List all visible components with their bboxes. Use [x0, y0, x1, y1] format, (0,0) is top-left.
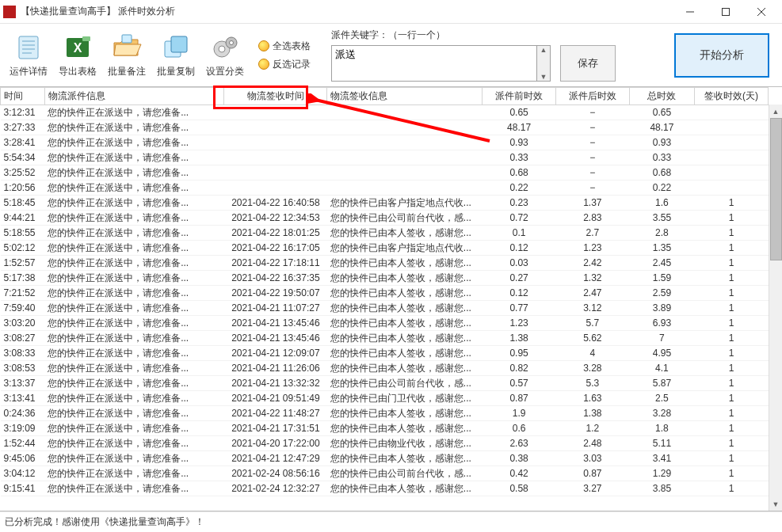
save-button[interactable]: 保存	[560, 45, 616, 82]
toolbar-copy-button[interactable]: 批量复制	[154, 32, 198, 78]
scroll-thumb[interactable]	[770, 118, 782, 260]
scroll-down-icon: ▼	[769, 497, 782, 511]
cell-post-duration: 2.47	[555, 286, 629, 301]
cell-sign-info: 您的快件已由本人签收，感谢您...	[327, 331, 483, 346]
status-text: 已分析完成！感谢使用《快递批量查询高手》！	[5, 515, 204, 529]
table-row[interactable]: 3:03:20您的快件正在派送中，请您准备...2021-04-21 13:45…	[1, 316, 769, 331]
table-row[interactable]: 3:04:12您的快件正在派送中，请您准备...2021-02-24 08:56…	[1, 466, 769, 481]
table-container: 时间 物流派件信息 物流签收时间 物流签收信息 派件前时效 派件后时效 总时效 …	[0, 87, 782, 511]
col-sign-info[interactable]: 物流签收信息	[327, 88, 483, 105]
cell-total-duration: 7	[629, 331, 694, 346]
table-row[interactable]: 3:13:37您的快件正在派送中，请您准备...2021-04-21 13:32…	[1, 376, 769, 391]
vertical-scrollbar[interactable]: ▲ ▼	[769, 104, 782, 511]
table-row[interactable]: 3:08:53您的快件正在派送中，请您准备...2021-04-21 11:26…	[1, 361, 769, 376]
table-row[interactable]: 1:52:57您的快件正在派送中，请您准备...2021-04-22 17:18…	[1, 256, 769, 271]
cell-dispatch-info: 您的快件正在派送中，请您准备...	[44, 150, 224, 165]
cell-sign-days: 1	[695, 286, 769, 301]
cell-sign-info	[327, 180, 483, 196]
cell-total-duration: 0.33	[629, 150, 694, 165]
table-row[interactable]: 1:20:56您的快件正在派送中，请您准备...0.22−0.22	[1, 180, 769, 196]
minimize-button[interactable]	[672, 0, 708, 24]
cell-sign-info	[327, 120, 483, 135]
bulb-icon	[258, 40, 269, 51]
cell-total-duration: 4.1	[629, 361, 694, 376]
scroll-up-icon: ▲	[769, 104, 782, 118]
table-row[interactable]: 5:54:34您的快件正在派送中，请您准备...0.33−0.33	[1, 150, 769, 165]
maximize-icon	[722, 8, 730, 16]
cell-sign-time: 2021-04-22 16:40:58	[224, 196, 327, 211]
table-row[interactable]: 3:08:33您的快件正在派送中，请您准备...2021-04-21 12:09…	[1, 346, 769, 361]
cell-total-duration: 1.29	[629, 466, 694, 481]
table-row[interactable]: 5:17:38您的快件正在派送中，请您准备...2021-04-22 16:37…	[1, 271, 769, 286]
cell-dispatch-info: 您的快件正在派送中，请您准备...	[44, 406, 224, 421]
cell-sign-time	[224, 105, 327, 120]
table-row[interactable]: 3:25:52您的快件正在派送中，请您准备...0.68−0.68	[1, 165, 769, 180]
cell-sign-days: 1	[695, 421, 769, 436]
cell-dispatch-info: 您的快件正在派送中，请您准备...	[44, 120, 224, 135]
col-sign-time[interactable]: 物流签收时间	[224, 88, 327, 105]
keyword-scrollbar[interactable]: ▲ ▼	[537, 45, 551, 82]
cell-total-duration: 5.87	[629, 376, 694, 391]
table-row[interactable]: 0:24:36您的快件正在派送中，请您准备...2021-04-22 11:48…	[1, 406, 769, 421]
cell-sign-days: 1	[695, 301, 769, 316]
table-row[interactable]: 7:21:52您的快件正在派送中，请您准备...2021-04-22 19:50…	[1, 286, 769, 301]
cell-sign-time: 2021-04-21 12:47:29	[224, 451, 327, 466]
col-dispatch-info[interactable]: 物流派件信息	[44, 88, 224, 105]
keyword-input[interactable]	[331, 45, 537, 82]
cell-post-duration: 4	[555, 346, 629, 361]
cell-sign-info: 您的快件已由本人签收，感谢您...	[327, 451, 483, 466]
select-all-button[interactable]: 全选表格	[258, 40, 311, 53]
invert-select-label: 反选记录	[273, 58, 311, 71]
toolbar-category-button[interactable]: 设置分类	[203, 32, 247, 78]
table-row[interactable]: 3:12:31您的快件正在派送中，请您准备...0.65−0.65	[1, 105, 769, 120]
close-button[interactable]	[743, 0, 779, 24]
table-row[interactable]: 5:18:55您的快件正在派送中，请您准备...2021-04-22 18:01…	[1, 226, 769, 241]
cell-sign-time: 2021-04-21 13:45:46	[224, 331, 327, 346]
cell-sign-days: 1	[695, 316, 769, 331]
cell-pre-duration: 0.12	[483, 241, 556, 256]
table-row[interactable]: 3:08:27您的快件正在派送中，请您准备...2021-04-21 13:45…	[1, 331, 769, 346]
table-row[interactable]: 3:28:41您的快件正在派送中，请您准备...0.93−0.93	[1, 135, 769, 150]
bulb-icon	[258, 59, 269, 70]
cell-post-duration: 1.38	[555, 406, 629, 421]
table-row[interactable]: 3:27:33您的快件正在派送中，请您准备...48.17−48.17	[1, 120, 769, 135]
cell-sign-time: 2021-04-22 18:01:25	[224, 226, 327, 241]
invert-select-button[interactable]: 反选记录	[258, 58, 311, 71]
cell-sign-info	[327, 150, 483, 165]
toolbar-detail-button[interactable]: 运件详情	[6, 32, 51, 78]
cell-total-duration: 1.59	[629, 271, 694, 286]
cell-total-duration: 48.17	[629, 120, 694, 135]
maximize-button[interactable]	[708, 0, 743, 24]
cell-time: 3:04:12	[1, 466, 45, 481]
col-total-duration[interactable]: 总时效	[629, 88, 694, 105]
toolbar-category-label: 设置分类	[206, 65, 244, 78]
cell-post-duration: 5.7	[555, 316, 629, 331]
toolbar-export-button[interactable]: X 导出表格	[55, 32, 100, 78]
analyze-button[interactable]: 开始分析	[674, 33, 769, 78]
cell-pre-duration: 0.72	[483, 211, 556, 226]
table-row[interactable]: 9:45:06您的快件正在派送中，请您准备...2021-04-21 12:47…	[1, 451, 769, 466]
col-pre-duration[interactable]: 派件前时效	[483, 88, 556, 105]
col-post-duration[interactable]: 派件后时效	[555, 88, 629, 105]
table-row[interactable]: 3:19:09您的快件正在派送中，请您准备...2021-04-21 17:31…	[1, 421, 769, 436]
cell-time: 9:44:21	[1, 211, 45, 226]
svg-rect-1	[722, 8, 729, 15]
table-row[interactable]: 5:18:45您的快件正在派送中，请您准备...2021-04-22 16:40…	[1, 196, 769, 211]
header-row: 时间 物流派件信息 物流签收时间 物流签收信息 派件前时效 派件后时效 总时效 …	[1, 88, 769, 105]
toolbar-remark-button[interactable]: 批量备注	[105, 32, 149, 78]
table-row[interactable]: 5:02:12您的快件正在派送中，请您准备...2021-04-22 16:17…	[1, 241, 769, 256]
cell-total-duration: 4.95	[629, 346, 694, 361]
table-row[interactable]: 3:13:41您的快件正在派送中，请您准备...2021-04-21 09:51…	[1, 391, 769, 406]
select-all-label: 全选表格	[273, 40, 311, 53]
cell-dispatch-info: 您的快件正在派送中，请您准备...	[44, 451, 224, 466]
cell-sign-info: 您的快件已由本人签收，感谢您...	[327, 406, 483, 421]
cell-dispatch-info: 您的快件正在派送中，请您准备...	[44, 180, 224, 196]
col-sign-days[interactable]: 签收时效(天)	[695, 88, 769, 105]
window-title: 【快递批量查询高手】 派件时效分析	[21, 5, 672, 18]
table-row[interactable]: 9:44:21您的快件正在派送中，请您准备...2021-04-22 12:34…	[1, 211, 769, 226]
table-row[interactable]: 9:15:41您的快件正在派送中，请您准备...2021-02-24 12:32…	[1, 481, 769, 496]
col-time[interactable]: 时间	[1, 88, 45, 105]
table-row[interactable]: 7:59:40您的快件正在派送中，请您准备...2021-04-21 11:07…	[1, 301, 769, 316]
table-row[interactable]: 1:52:44您的快件正在派送中，请您准备...2021-04-20 17:22…	[1, 436, 769, 451]
cell-time: 7:59:40	[1, 301, 45, 316]
